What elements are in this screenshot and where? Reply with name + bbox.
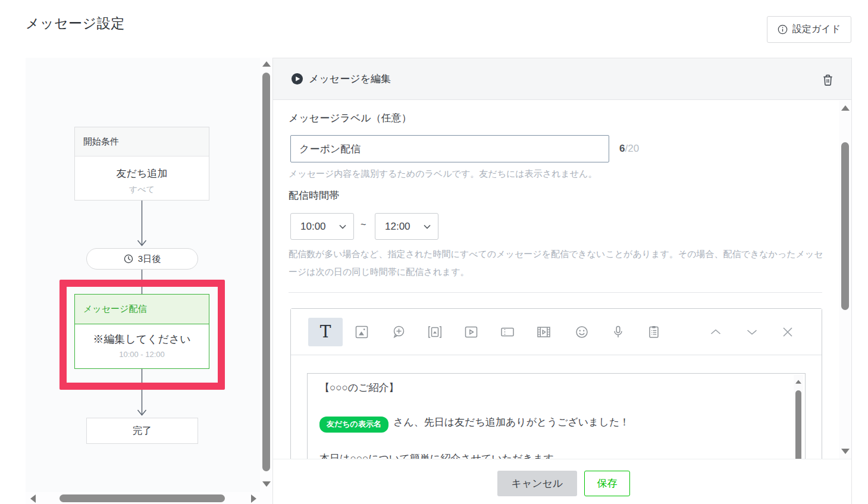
editor-footer: キャンセル 保存 [273, 459, 851, 504]
flow-node-start-condition[interactable]: 開始条件 友だち追加 すべて [74, 127, 209, 201]
time-section-heading: 配信時間帯 [289, 189, 339, 202]
survey-icon[interactable] [642, 320, 666, 344]
play-circle-icon [291, 73, 303, 85]
flow-hscroll-thumb[interactable] [59, 494, 225, 502]
delete-message-button[interactable] [819, 71, 836, 88]
editor-vscroll-thumb[interactable] [841, 142, 849, 310]
flow-node-end[interactable]: 完了 [86, 418, 198, 444]
scroll-left-icon[interactable] [30, 494, 36, 503]
move-up-icon[interactable] [704, 320, 728, 344]
start-condition-title: 友だち追加 [75, 167, 209, 180]
flow-node-delay[interactable]: 3日後 [86, 248, 198, 270]
scroll-up-icon[interactable] [841, 105, 850, 111]
flow-vscroll-thumb[interactable] [262, 73, 270, 471]
move-down-icon[interactable] [740, 320, 764, 344]
flow-vertical-scrollbar[interactable] [260, 58, 272, 492]
editor-header: メッセージを編集 [273, 58, 851, 100]
image-icon[interactable] [350, 320, 374, 344]
message-line-1: 【○○○のご紹介】 [319, 381, 399, 395]
time-to-select[interactable]: 12:00 [375, 213, 438, 240]
message-editor-panel: メッセージを編集 メッセージラベル（任意） 6/20 メッセージ内容を識別するた… [272, 58, 852, 504]
rich-video-icon[interactable] [532, 320, 556, 344]
page-title: メッセージ設定 [26, 14, 125, 33]
scroll-up-icon[interactable] [795, 380, 801, 384]
scroll-down-icon[interactable] [262, 481, 271, 487]
coupon-icon[interactable] [496, 320, 519, 344]
sticker-icon[interactable] [387, 320, 411, 344]
time-to-value: 12:00 [385, 221, 411, 233]
scroll-right-icon[interactable] [251, 494, 257, 503]
info-icon [778, 24, 788, 35]
scroll-down-icon[interactable] [841, 449, 850, 455]
message-settings-page: メッセージ設定 設定ガイド 開始条件 友だち追加 [0, 0, 868, 504]
message-line-2: 友だちの表示名さん、先日は友だち追加ありがとうございました！ [319, 415, 629, 433]
emoji-icon[interactable] [570, 320, 594, 344]
scroll-up-icon[interactable] [262, 61, 271, 67]
flow-panel: 開始条件 友だち追加 すべて 3日後 メッセージ配信 ※編集してください 1 [26, 58, 272, 504]
message-toolbar: T [291, 309, 822, 355]
trash-icon [822, 73, 834, 87]
editor-vertical-scrollbar[interactable] [839, 101, 851, 459]
close-icon[interactable] [776, 320, 800, 344]
chevron-down-icon [339, 224, 346, 229]
cancel-button[interactable]: キャンセル [497, 471, 577, 496]
save-button[interactable]: 保存 [584, 471, 630, 496]
message-node-header: メッセージ配信 [75, 295, 209, 324]
section-divider [289, 292, 822, 293]
flow-node-message-delivery[interactable]: メッセージ配信 ※編集してください 10:00 - 12:00 [74, 294, 209, 369]
end-label: 完了 [133, 425, 152, 437]
message-line-2-text: さん、先日は友だち追加ありがとうございました！ [393, 417, 629, 428]
start-condition-subtitle: すべて [75, 184, 209, 195]
start-condition-header: 開始条件 [75, 127, 209, 156]
editor-title: メッセージを編集 [309, 72, 391, 86]
label-help-text: メッセージ内容を識別するためのラベルです。友だちには表示されません。 [289, 165, 597, 183]
settings-guide-label: 設定ガイド [792, 23, 841, 36]
label-section-heading: メッセージラベル（任意） [289, 111, 412, 125]
video-icon[interactable] [459, 320, 483, 344]
time-from-select[interactable]: 10:00 [290, 213, 354, 240]
message-node-time: 10:00 - 12:00 [75, 350, 209, 359]
delay-label: 3日後 [138, 253, 161, 265]
message-label-input[interactable] [290, 135, 609, 162]
voice-icon[interactable] [606, 320, 630, 344]
message-node-title: ※編集してください [75, 332, 209, 346]
clock-icon [124, 254, 133, 264]
chevron-down-icon [424, 224, 431, 229]
char-count-max: /20 [625, 143, 639, 154]
settings-guide-button[interactable]: 設定ガイド [767, 16, 851, 43]
time-help-text: 配信数が多い場合など、指定された時間にすべてのメッセージを配信できないことがあり… [289, 245, 827, 281]
time-from-value: 10:00 [300, 221, 326, 233]
text-icon[interactable]: T [308, 318, 343, 346]
time-range-separator: ~ [361, 220, 366, 230]
flow-horizontal-scrollbar[interactable] [26, 492, 272, 504]
card-message-icon[interactable] [423, 320, 447, 344]
char-counter: 6/20 [619, 143, 639, 155]
friend-display-name-badge: 友だちの表示名 [319, 417, 388, 433]
